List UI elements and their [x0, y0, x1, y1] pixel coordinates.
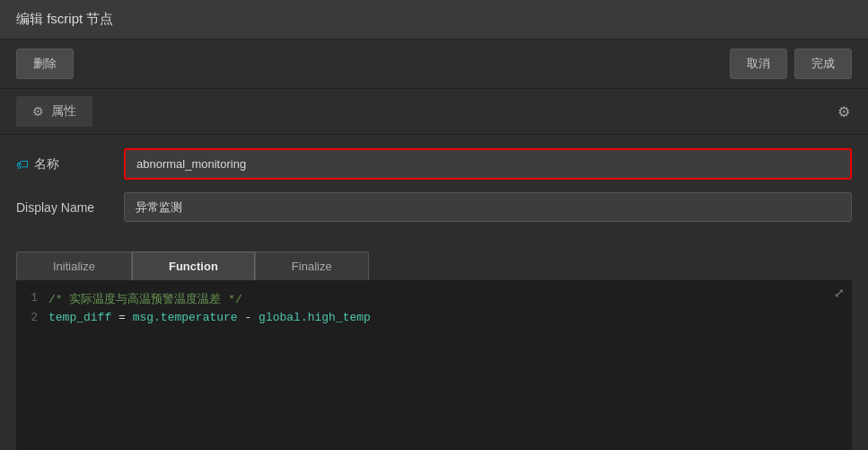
tab-initialize[interactable]: Initialize: [16, 251, 132, 280]
name-row: 🏷 名称: [16, 148, 852, 180]
cancel-button[interactable]: 取消: [730, 49, 787, 79]
editor-title: 编辑 fscript 节点: [16, 11, 113, 26]
code-global-high-temp: global.high_temp: [259, 311, 371, 324]
display-name-label-text: Display Name: [16, 200, 94, 215]
expand-icon[interactable]: ⤢: [834, 286, 845, 300]
code-var-temp-diff: temp_diff: [48, 311, 111, 324]
toolbar: 删除 取消 完成: [0, 40, 868, 89]
name-label-text: 名称: [34, 156, 59, 172]
tab-function[interactable]: Function: [132, 251, 255, 280]
code-line-2: 2 temp_diff = msg.temperature - global.h…: [16, 309, 852, 326]
tab-finalize[interactable]: Finalize: [255, 251, 369, 280]
code-line-1: 1 /* 实际温度与高温预警温度温差 */: [16, 289, 852, 309]
properties-tab[interactable]: ⚙ 属性: [16, 96, 92, 127]
delete-button[interactable]: 删除: [16, 49, 74, 79]
line-content-1: /* 实际温度与高温预警温度温差 */: [48, 291, 242, 307]
content-tabs: Initialize Function Finalize: [0, 251, 868, 280]
code-minus: -: [244, 311, 259, 324]
display-name-label: Display Name: [16, 200, 124, 215]
line-number-1: 1: [16, 291, 48, 304]
settings-icon-right[interactable]: ⚙: [837, 103, 850, 120]
form-section: 🏷 名称 Display Name: [0, 135, 868, 248]
code-msg-temperature: msg.temperature: [133, 311, 238, 324]
editor-container: 编辑 fscript 节点 删除 取消 完成 ⚙ 属性 ⚙ 🏷 名称: [0, 0, 868, 450]
tag-icon: 🏷: [16, 157, 29, 172]
display-name-input[interactable]: [124, 192, 852, 222]
gear-icon: ⚙: [32, 104, 44, 119]
display-name-row: Display Name: [16, 192, 852, 222]
name-input[interactable]: [124, 148, 852, 180]
toolbar-left: 删除: [16, 49, 721, 79]
done-button[interactable]: 完成: [794, 49, 852, 79]
code-area: ⤢ 1 /* 实际温度与高温预警温度温差 */ 2 temp_diff = ms…: [16, 280, 852, 450]
section-header-row: ⚙ 属性 ⚙: [0, 89, 868, 135]
code-equals: =: [118, 311, 133, 324]
editor-header: 编辑 fscript 节点: [0, 0, 868, 40]
toolbar-right: 取消 完成: [730, 49, 852, 79]
properties-tab-label: 属性: [51, 103, 76, 119]
line-content-2: temp_diff = msg.temperature - global.hig…: [48, 311, 371, 324]
name-label: 🏷 名称: [16, 156, 124, 172]
line-number-2: 2: [16, 311, 48, 324]
